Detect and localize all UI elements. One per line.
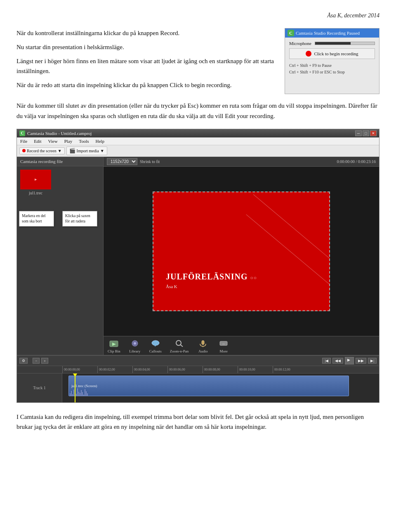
clip-bin-label-icon: Clip Bin (108, 349, 120, 353)
shortcut2: Ctrl + Shift + F10 or ESC to Stop (289, 69, 375, 76)
zoom-pan-label-icon: Zoom-n-Pan (170, 349, 189, 353)
callout-right: Klicka på saxen för att radera (62, 211, 97, 227)
minimize-button[interactable]: ─ (355, 130, 362, 136)
import-media-button[interactable]: 🎬 Import media ▼ (66, 147, 107, 155)
record-dropdown-icon: ▼ (58, 149, 62, 153)
play-button[interactable]: ▶ (345, 357, 354, 364)
svg-text:···: ··· (222, 342, 225, 346)
menu-help[interactable]: Help (92, 137, 108, 145)
mic-label: Microphone (289, 41, 311, 46)
header-title: Åsa K, december 2014 (327, 12, 380, 19)
intro-para3: Längst ner i höger hörn finns en liten m… (16, 56, 276, 76)
clip-bin-icon (108, 339, 120, 348)
record-screen-label: Record the screen (27, 149, 57, 153)
recording-title-text: Camtasia Studio Recording Paused (296, 31, 360, 35)
audio-icon-item[interactable]: Audio (193, 338, 213, 354)
cam-left-panel: Camtasia recording file ▶ jul1.trec Mark… (17, 157, 104, 355)
menu-play[interactable]: Play (61, 137, 76, 145)
next-button[interactable]: ▶▶ (356, 358, 366, 364)
mic-meter (315, 42, 375, 45)
svg-point-4 (152, 340, 159, 345)
settings-button[interactable]: ⚙ (19, 358, 28, 364)
import-media-label: Import media (77, 149, 99, 153)
camtasia-screenshot: C Camtasia Studio - Untitled.camproj ─ □… (16, 129, 380, 403)
slide-title: JULFÖRELÄSNING ○○ (166, 272, 257, 281)
camtasia-title-bar: C Camtasia Studio - Untitled.camproj ─ □… (17, 129, 379, 137)
intro-para4: När du är redo att starta din inspelning… (16, 80, 276, 90)
cam-preview-area: JULFÖRELÄSNING ○○ Åsa K (104, 167, 379, 336)
intro-para2: Nu startar din presentation i helskärmsl… (16, 42, 276, 52)
slide-author: Åsa K (166, 284, 177, 289)
ruler-mark-0: 00:00:00;00 (62, 366, 97, 373)
timeline-toolbar: ⚙ − + |◀ ◀◀ ▶ ▶▶ ▶| (17, 356, 379, 366)
clip-bin-icon-item[interactable]: Clip Bin (104, 338, 125, 354)
menu-edit[interactable]: Edit (31, 137, 45, 145)
cam-track-area: Track 1 jul1.trec (Screen) (17, 374, 379, 402)
camtasia-timeline: ⚙ − + |◀ ◀◀ ▶ ▶▶ ▶| 00:00:00;00 00:00:02… (17, 355, 379, 402)
zoom-in-button[interactable]: + (41, 358, 48, 364)
camtasia-logo: C (288, 30, 294, 36)
menu-file[interactable]: File (17, 137, 31, 145)
track-label-text: Track 1 (33, 385, 45, 390)
callout-right-text: Klicka på saxen för att radera (65, 214, 90, 223)
ruler-mark-2: 00:00:04;00 (132, 366, 167, 373)
intro-text-block: När du kontrollerat inställningarna klic… (16, 28, 276, 94)
callouts-icon-item[interactable]: Callouts (145, 338, 166, 354)
resolution-dropdown[interactable]: 1152x720 (107, 158, 137, 165)
library-label-icon: Library (129, 349, 140, 353)
playhead[interactable] (75, 374, 75, 402)
ruler-mark-4: 00:00:08;00 (203, 366, 238, 373)
prev-button[interactable]: ◀◀ (332, 358, 343, 364)
import-media-icon: 🎬 (69, 148, 75, 154)
slide-decoration-dots: ○○ (250, 275, 257, 281)
mic-meter-fill (315, 42, 351, 45)
skip-end-button[interactable]: ▶| (368, 358, 377, 364)
page-header: Åsa K, december 2014 (16, 12, 380, 19)
cam-right-panel: 1152x720 Shrink to fit 0:00:00:00 / 0:00… (104, 157, 379, 355)
track-content[interactable]: jul1.trec (Screen) (62, 374, 379, 402)
body-para1: När du kommer till slutet av din present… (16, 101, 380, 121)
camtasia-title-left: C Camtasia Studio - Untitled.camproj (19, 130, 92, 136)
close-button[interactable]: ✕ (370, 130, 377, 136)
camtasia-main-area: Camtasia recording file ▶ jul1.trec Mark… (17, 157, 379, 355)
menu-view[interactable]: View (45, 137, 61, 145)
callouts-icon (150, 339, 161, 348)
zoom-out-button[interactable]: − (33, 358, 40, 364)
zoom-pan-icon (174, 339, 185, 348)
waveform (69, 388, 349, 396)
menu-bar: File Edit View Play Tools Help (17, 137, 379, 145)
svg-line-7 (180, 345, 183, 347)
zoom-pan-icon-item[interactable]: Zoom-n-Pan (166, 338, 193, 354)
maximize-button[interactable]: □ (363, 130, 369, 136)
more-icon-item[interactable]: ··· More (213, 338, 234, 354)
keyboard-shortcuts: Ctrl + Shift + F9 to Pause Ctrl + Shift … (289, 62, 375, 76)
thumb-preview: ▶ (20, 170, 51, 189)
recording-box: C Camtasia Studio Recording Paused Micro… (285, 28, 380, 94)
import-dropdown-icon: ▼ (100, 149, 104, 153)
library-icon (129, 339, 141, 348)
camtasia-title-icon: C (19, 130, 25, 136)
cam-toolbar: Record the screen ▼ 🎬 Import media ▼ (17, 145, 379, 157)
slide-decoration (153, 192, 329, 310)
slide-preview: JULFÖRELÄSNING ○○ Åsa K (153, 192, 330, 311)
library-icon-item[interactable]: Library (125, 338, 145, 354)
more-label-icon: More (220, 349, 228, 353)
record-screen-button[interactable]: Record the screen ▼ (19, 147, 65, 154)
intro-section: När du kontrollerat inställningarna klic… (16, 28, 380, 94)
svg-marker-5 (154, 345, 156, 347)
track-clip[interactable]: jul1.trec (Screen) (68, 376, 349, 396)
begin-recording-button[interactable]: Click to begin recording (289, 48, 375, 59)
ruler-mark-5: 00:00:10;00 (238, 366, 273, 373)
footer-para1: I Camtasia kan du redigera din inspelnin… (16, 412, 380, 433)
slide-title-text: JULFÖRELÄSNING (166, 272, 248, 281)
window-controls: ─ □ ✕ (355, 130, 377, 136)
camtasia-window-title: Camtasia Studio - Untitled.camproj (27, 131, 92, 136)
cam-icons-row: Clip Bin Library Callouts (104, 336, 379, 355)
callouts-label-icon: Callouts (149, 349, 162, 353)
intro-para1: När du kontrollerat inställningarna klic… (16, 28, 276, 38)
callout-left-text: Markera en del som ska bort (22, 214, 46, 223)
svg-rect-8 (202, 340, 204, 345)
skip-start-button[interactable]: |◀ (322, 358, 331, 364)
preview-topbar: 1152x720 Shrink to fit 0:00:00:00 / 0:00… (104, 157, 379, 167)
menu-tools[interactable]: Tools (75, 137, 92, 145)
